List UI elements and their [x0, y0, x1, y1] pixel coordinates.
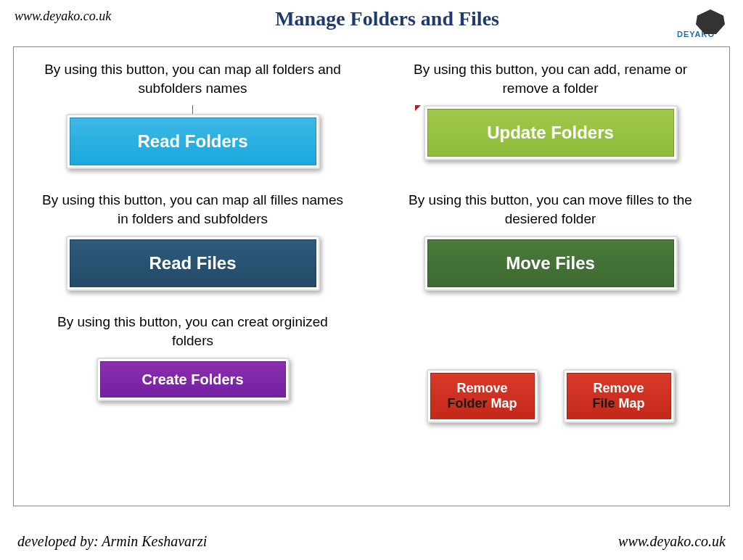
main-panel: By using this button, you can map all fo… [13, 46, 730, 506]
read-folders-label: Read Folders [70, 118, 316, 165]
rflm-word2: File [592, 396, 615, 411]
cell-update-folders: By using this button, you can add, renam… [393, 60, 707, 169]
cell-read-files: By using this button, you can map all fi… [36, 191, 350, 291]
desc-create-folders: By using this button, you can creat orgi… [36, 313, 350, 350]
remove-file-map-label: Remove File Map [567, 373, 671, 419]
brand-logo: DEYAKO [663, 6, 728, 42]
cell-create-folders: By using this button, you can creat orgi… [36, 313, 350, 401]
footer-developer: developed by: Armin Keshavarzi [17, 533, 207, 550]
button-grid: By using this button, you can map all fo… [36, 60, 707, 423]
rfm-word1: Remove [456, 381, 507, 395]
move-files-button[interactable]: Move Files [424, 236, 678, 291]
rflm-word1: Remove [593, 381, 644, 395]
remove-file-map-button[interactable]: Remove File Map [563, 369, 675, 423]
read-files-label: Read Files [70, 239, 316, 287]
create-folders-label: Create Folders [100, 361, 286, 398]
move-files-label: Move Files [427, 239, 674, 287]
update-folders-button[interactable]: Update Folders [424, 105, 678, 160]
desc-move-files: By using this button, you can move fille… [393, 191, 707, 228]
cell-remove-maps: Remove Folder Map Remove File Map [393, 347, 707, 423]
create-folders-button[interactable]: Create Folders [97, 358, 290, 401]
desc-read-files: By using this button, you can map all fi… [36, 191, 350, 228]
header-url: www.deyako.co.uk [15, 6, 111, 24]
read-folders-button[interactable]: Read Folders [66, 114, 320, 169]
remove-folder-map-button[interactable]: Remove Folder Map [427, 369, 538, 423]
cell-move-files: By using this button, you can move fille… [393, 191, 707, 291]
marker-triangle-icon [415, 105, 421, 111]
rfm-word2: Folder [447, 396, 487, 411]
rflm-word3: Map [619, 396, 645, 411]
desc-update-folders: By using this button, you can add, renam… [393, 60, 707, 98]
desc-read-folders: By using this button, you can map all fo… [36, 60, 350, 98]
update-folders-label: Update Folders [427, 109, 674, 157]
rfm-word3: Map [491, 396, 517, 411]
remove-folder-map-label: Remove Folder Map [430, 373, 535, 419]
page-title: Manage Folders and Files [111, 6, 663, 30]
footer: developed by: Armin Keshavarzi www.deyak… [0, 533, 743, 550]
footer-url: www.deyako.co.uk [618, 533, 726, 550]
read-files-button[interactable]: Read Files [66, 236, 320, 291]
cell-read-folders: By using this button, you can map all fo… [36, 60, 350, 169]
header: www.deyako.co.uk Manage Folders and File… [0, 0, 743, 44]
